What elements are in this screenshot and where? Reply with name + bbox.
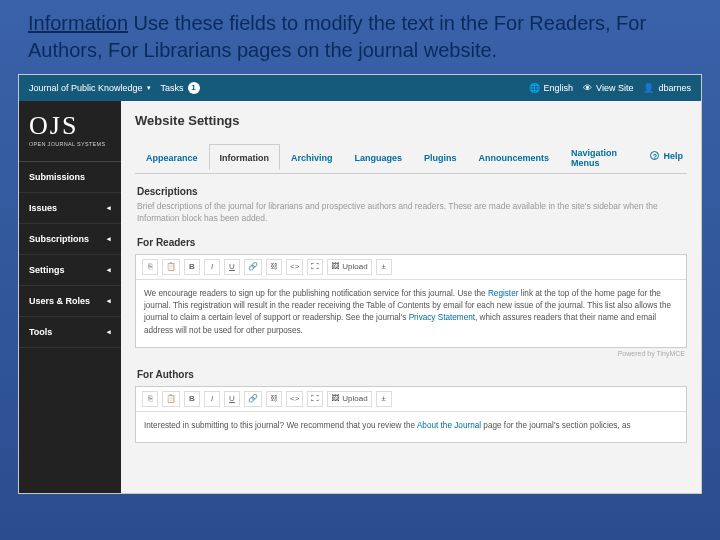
- privacy-statement-link[interactable]: Privacy Statement: [409, 313, 475, 322]
- fullscreen-button[interactable]: ⛶: [307, 391, 323, 407]
- for-authors-editor: ⎘ 📋 B I U 🔗 ⛓ <> ⛶ 🖼 Upload ± Int: [135, 386, 687, 443]
- logo: OJS OPEN JOURNAL SYSTEMS: [19, 101, 121, 162]
- user-icon: 👤: [643, 83, 654, 93]
- unlink-button[interactable]: ⛓: [266, 259, 282, 275]
- user-menu[interactable]: 👤 dbarnes: [643, 83, 691, 93]
- about-journal-link[interactable]: About the Journal: [417, 421, 481, 430]
- code-button[interactable]: <>: [286, 259, 303, 275]
- app-screenshot: Journal of Public Knowledge ▾ Tasks 1 🌐 …: [18, 74, 702, 494]
- register-link[interactable]: Register: [488, 289, 519, 298]
- paste-button[interactable]: 📋: [162, 259, 180, 275]
- image-icon: 🖼: [331, 394, 339, 403]
- underline-button[interactable]: U: [224, 391, 240, 407]
- bold-button[interactable]: B: [184, 391, 200, 407]
- help-label: Help: [663, 151, 683, 161]
- italic-button[interactable]: I: [204, 259, 220, 275]
- descriptions-text: Brief descriptions of the journal for li…: [137, 201, 685, 225]
- paste-button[interactable]: 📋: [162, 391, 180, 407]
- sidebar-item-label: Users & Roles: [29, 296, 90, 306]
- chevron-left-icon: ◂: [107, 297, 111, 305]
- tasks-button[interactable]: Tasks 1: [161, 82, 200, 94]
- copy-button[interactable]: ⎘: [142, 391, 158, 407]
- tab-languages[interactable]: Languages: [344, 144, 414, 169]
- image-icon: 🖼: [331, 262, 339, 271]
- underline-button[interactable]: U: [224, 259, 240, 275]
- insert-button[interactable]: ±: [376, 259, 392, 275]
- slide-caption: Information Use these fields to modify t…: [0, 0, 720, 74]
- eye-icon: 👁: [583, 83, 592, 93]
- for-readers-editor: ⎘ 📋 B I U 🔗 ⛓ <> ⛶ 🖼 Upload ± We: [135, 254, 687, 348]
- code-button[interactable]: <>: [286, 391, 303, 407]
- sidebar-item-submissions[interactable]: Submissions: [19, 162, 121, 193]
- for-authors-heading: For Authors: [137, 369, 685, 380]
- fullscreen-button[interactable]: ⛶: [307, 259, 323, 275]
- sidebar: OJS OPEN JOURNAL SYSTEMS Submissions Iss…: [19, 101, 121, 493]
- sidebar-item-tools[interactable]: Tools◂: [19, 317, 121, 348]
- italic-button[interactable]: I: [204, 391, 220, 407]
- upload-label: Upload: [342, 394, 367, 403]
- powered-by-label: Powered by TinyMCE: [135, 350, 685, 357]
- caption-title: Information: [28, 12, 128, 34]
- logo-subtext: OPEN JOURNAL SYSTEMS: [29, 141, 111, 147]
- sidebar-item-label: Issues: [29, 203, 57, 213]
- language-switcher[interactable]: 🌐 English: [529, 83, 574, 93]
- journal-switcher[interactable]: Journal of Public Knowledge ▾: [29, 83, 151, 93]
- insert-button[interactable]: ±: [376, 391, 392, 407]
- unlink-button[interactable]: ⛓: [266, 391, 282, 407]
- sidebar-item-issues[interactable]: Issues◂: [19, 193, 121, 224]
- sidebar-item-users-roles[interactable]: Users & Roles◂: [19, 286, 121, 317]
- logo-text: OJS: [29, 113, 111, 139]
- sidebar-item-label: Tools: [29, 327, 52, 337]
- tasks-label: Tasks: [161, 83, 184, 93]
- tab-appearance[interactable]: Appearance: [135, 144, 209, 169]
- sidebar-item-label: Settings: [29, 265, 65, 275]
- copy-button[interactable]: ⎘: [142, 259, 158, 275]
- tab-information[interactable]: Information: [209, 144, 281, 170]
- main-content: Website Settings Appearance Information …: [121, 101, 701, 493]
- sidebar-item-label: Subscriptions: [29, 234, 89, 244]
- tabs: Appearance Information Archiving Languag…: [135, 138, 687, 174]
- sidebar-item-subscriptions[interactable]: Subscriptions◂: [19, 224, 121, 255]
- upload-button[interactable]: 🖼 Upload: [327, 259, 371, 275]
- chevron-left-icon: ◂: [107, 328, 111, 336]
- editor-toolbar: ⎘ 📋 B I U 🔗 ⛓ <> ⛶ 🖼 Upload ±: [136, 255, 686, 280]
- descriptions-heading: Descriptions: [137, 186, 685, 197]
- bold-button[interactable]: B: [184, 259, 200, 275]
- topbar: Journal of Public Knowledge ▾ Tasks 1 🌐 …: [19, 75, 701, 101]
- sidebar-item-label: Submissions: [29, 172, 85, 182]
- journal-name: Journal of Public Knowledge: [29, 83, 143, 93]
- chevron-left-icon: ◂: [107, 235, 111, 243]
- tasks-count-badge: 1: [188, 82, 200, 94]
- tab-announcements[interactable]: Announcements: [468, 144, 561, 169]
- user-label: dbarnes: [658, 83, 691, 93]
- tab-plugins[interactable]: Plugins: [413, 144, 468, 169]
- tab-archiving[interactable]: Archiving: [280, 144, 344, 169]
- language-label: English: [544, 83, 574, 93]
- chevron-left-icon: ◂: [107, 204, 111, 212]
- chevron-left-icon: ◂: [107, 266, 111, 274]
- for-readers-content[interactable]: We encourage readers to sign up for the …: [136, 280, 686, 347]
- upload-button[interactable]: 🖼 Upload: [327, 391, 371, 407]
- for-authors-content[interactable]: Interested in submitting to this journal…: [136, 412, 686, 442]
- sidebar-item-settings[interactable]: Settings◂: [19, 255, 121, 286]
- help-icon: ?: [650, 151, 659, 160]
- help-link[interactable]: ? Help: [646, 151, 687, 161]
- tab-navigation-menus[interactable]: Navigation Menus: [560, 139, 646, 174]
- for-readers-heading: For Readers: [137, 237, 685, 248]
- page-title: Website Settings: [135, 113, 687, 128]
- editor-toolbar: ⎘ 📋 B I U 🔗 ⛓ <> ⛶ 🖼 Upload ±: [136, 387, 686, 412]
- view-site-label: View Site: [596, 83, 633, 93]
- link-button[interactable]: 🔗: [244, 259, 262, 275]
- chevron-down-icon: ▾: [147, 84, 151, 92]
- globe-icon: 🌐: [529, 83, 540, 93]
- view-site-link[interactable]: 👁 View Site: [583, 83, 633, 93]
- link-button[interactable]: 🔗: [244, 391, 262, 407]
- upload-label: Upload: [342, 262, 367, 271]
